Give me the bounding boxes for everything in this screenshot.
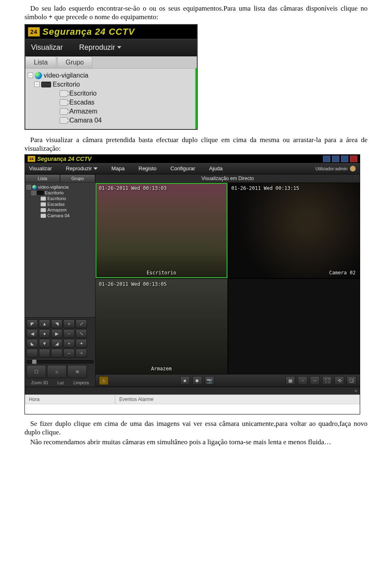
tree-root-row[interactable]: − video-vigilancia <box>28 71 194 80</box>
ptz-down-left[interactable]: ◣ <box>27 339 38 348</box>
logo-icon: 24 <box>28 27 40 37</box>
ptz-focus-far[interactable]: ⤢ <box>76 319 87 328</box>
tree-root-row[interactable]: - video-vigilancia <box>27 184 94 190</box>
fig2-body: Lista Grupo - video-vigilancia - Escrito… <box>25 174 360 387</box>
multiscreen-button[interactable]: ❏ <box>347 376 356 385</box>
tree-dvr-row[interactable]: − Escritorio <box>28 80 194 89</box>
ptz-iris-close-icon[interactable]: ✧ <box>76 349 87 358</box>
tree-cam-row[interactable]: Camara 04 <box>27 213 94 218</box>
tree-cam-row[interactable]: Armazem <box>28 107 194 116</box>
tree-cam-label: Escadas <box>69 99 94 106</box>
ptz-zoom-in[interactable]: + <box>63 319 75 328</box>
menu-reproduzir[interactable]: Reproduzir <box>79 43 121 52</box>
close-icon[interactable] <box>350 156 357 162</box>
menu-configurar[interactable]: Configurar <box>170 165 195 171</box>
alert-icon[interactable]: ⚠ <box>99 376 109 385</box>
tree-cam-row[interactable]: Camara 04 <box>28 116 194 125</box>
ptz-label: Limpeza <box>74 381 89 385</box>
ptz-zoom3d-button[interactable]: ☐ <box>27 365 46 378</box>
status-hora: Hora <box>25 395 115 404</box>
sidetab-lista[interactable]: Lista <box>25 174 60 183</box>
tree-dvr-label: Escritorio <box>53 81 80 88</box>
expander-icon[interactable]: − <box>34 82 40 87</box>
tree-cam-row[interactable]: Escritorio <box>28 89 194 98</box>
ptz-speed-slider[interactable] <box>27 360 94 363</box>
logo-icon: 24 <box>27 156 36 162</box>
ptz-focus-near[interactable]: ⤡ <box>76 329 87 338</box>
tree-dvr-label: Escritorio <box>45 190 64 195</box>
paragraph-1b: que precede o nome do equipamento: <box>53 13 158 21</box>
video-cell-4[interactable] <box>228 279 360 374</box>
refresh-button[interactable]: ⟲ <box>334 376 344 385</box>
menu-ajuda[interactable]: Ajuda <box>209 165 223 171</box>
ptz-iris-open-icon[interactable]: ✦ <box>76 339 87 348</box>
menu-reproduzir[interactable]: Reproduzir <box>66 165 98 171</box>
ptz-iris-open[interactable]: + <box>63 339 75 348</box>
ptz-iris-close[interactable]: − <box>63 349 75 358</box>
globe-icon <box>35 72 42 79</box>
ptz-down-right[interactable]: ◢ <box>51 339 62 348</box>
minimize-icon[interactable] <box>332 156 339 162</box>
camera-icon <box>60 90 68 97</box>
tree-cam-row[interactable]: Escritorio <box>27 196 94 201</box>
ptz-up-left[interactable]: ◤ <box>27 319 38 328</box>
paragraph-3: Se fizer duplo clique em cima de uma das… <box>24 419 368 437</box>
layout-1-button[interactable]: ▦ <box>285 376 295 385</box>
ptz-label: Zoom 3D <box>31 381 48 385</box>
expander-icon[interactable]: - <box>31 191 36 195</box>
menu-visualizar[interactable]: Visualizar <box>31 43 63 52</box>
plus-symbol: + <box>49 13 53 21</box>
fig2-titlebar: 24 Segurança 24 CCTV <box>25 155 360 163</box>
chevron-down-icon <box>94 167 98 170</box>
tree-dvr-row[interactable]: - Escritorio <box>27 190 94 196</box>
tab-grupo[interactable]: Grupo <box>57 56 92 68</box>
status-blank <box>25 404 360 414</box>
dvr-icon <box>37 191 44 195</box>
ptz-zoom-out[interactable]: − <box>63 329 75 338</box>
expander-icon[interactable]: - <box>27 185 31 189</box>
expand-toggle[interactable]: « <box>25 387 360 394</box>
ptz-up-right[interactable]: ◥ <box>51 319 62 328</box>
menu-visualizar[interactable]: Visualizar <box>29 165 52 171</box>
tree-cam-row[interactable]: Armazem <box>27 207 94 213</box>
tree-cam-row[interactable]: Escadas <box>28 98 194 107</box>
tree-cam-row[interactable]: Escadas <box>27 201 94 207</box>
stop-button[interactable]: ■ <box>180 376 190 385</box>
fig1-tree-wrap: − video-vigilancia − Escritorio Escritor… <box>25 68 197 129</box>
tree-cam-label: Camara 04 <box>69 117 102 124</box>
ptz-right[interactable]: ▶ <box>51 329 62 338</box>
ptz-wiper-button[interactable]: ≋ <box>67 365 87 378</box>
ptz-left[interactable]: ◀ <box>27 329 38 338</box>
status-bar: Hora Eventos Alarme <box>25 394 360 404</box>
expander-icon[interactable]: − <box>28 73 33 78</box>
sidetab-grupo[interactable]: Grupo <box>60 174 95 183</box>
menu-registo[interactable]: Registo <box>138 165 156 171</box>
layout-4-button[interactable]: ⁘ <box>298 376 307 385</box>
lock-icon[interactable] <box>323 156 330 162</box>
video-cell-1[interactable]: 01-26-2011 Wed 00:13:03 Escritorio <box>96 183 227 278</box>
layout-seq-button[interactable]: ↔ <box>310 376 320 385</box>
ptz-blank <box>27 349 38 358</box>
snapshot-button[interactable]: 📷 <box>205 376 214 385</box>
camera-icon <box>40 208 46 212</box>
tree-root-label: video-vigilancia <box>44 72 88 79</box>
tab-lista[interactable]: Lista <box>25 56 56 68</box>
ptz-center[interactable]: ● <box>39 329 50 338</box>
ptz-blank <box>39 349 50 358</box>
ptz-down[interactable]: ▼ <box>39 339 50 348</box>
ptz-labels: Zoom 3D Luz Limpeza <box>27 381 94 385</box>
ptz-up[interactable]: ▲ <box>39 319 50 328</box>
globe-icon <box>32 185 37 189</box>
fig1-menubar: Visualizar Reproduzir <box>25 39 197 56</box>
ptz-light-button[interactable]: ☼ <box>47 365 67 378</box>
fullscreen-button[interactable]: ⛶ <box>322 376 332 385</box>
video-cell-3[interactable]: 01-26-2011 Wed 00:13:05 Armazem <box>96 279 227 374</box>
camera-icon <box>60 117 68 124</box>
camera-label: Camera 02 <box>329 270 356 276</box>
ptz-label: Luz <box>58 381 64 385</box>
menu-mapa[interactable]: Mapa <box>111 165 125 171</box>
video-grid: 01-26-2011 Wed 00:13:03 Escritorio 01-26… <box>96 183 360 374</box>
record-button[interactable]: ⏺ <box>192 376 202 385</box>
video-cell-2[interactable]: 01-26-2011 Wed 00:13:15 Camera 02 <box>228 183 360 278</box>
maximize-icon[interactable] <box>341 156 348 162</box>
